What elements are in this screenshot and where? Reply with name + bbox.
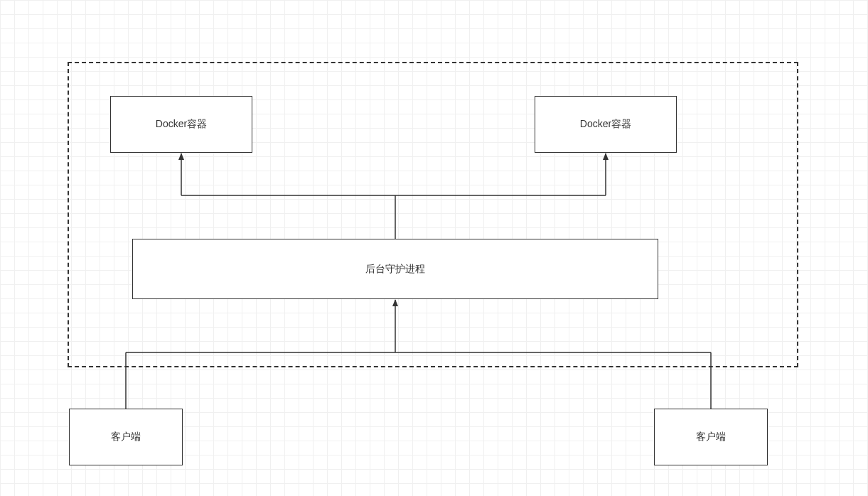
daemon-box: 后台守护进程 (132, 239, 658, 299)
docker-container-left: Docker容器 (110, 96, 252, 153)
docker-container-left-label: Docker容器 (156, 118, 207, 131)
client-left-label: 客户端 (111, 431, 141, 443)
client-left: 客户端 (69, 409, 183, 465)
daemon-label: 后台守护进程 (365, 263, 425, 276)
client-right-label: 客户端 (696, 431, 726, 443)
diagram-canvas: Docker容器 Docker容器 后台守护进程 客户端 客户端 (0, 0, 868, 496)
docker-container-right: Docker容器 (535, 96, 677, 153)
docker-container-right-label: Docker容器 (580, 118, 631, 131)
client-right: 客户端 (654, 409, 768, 465)
